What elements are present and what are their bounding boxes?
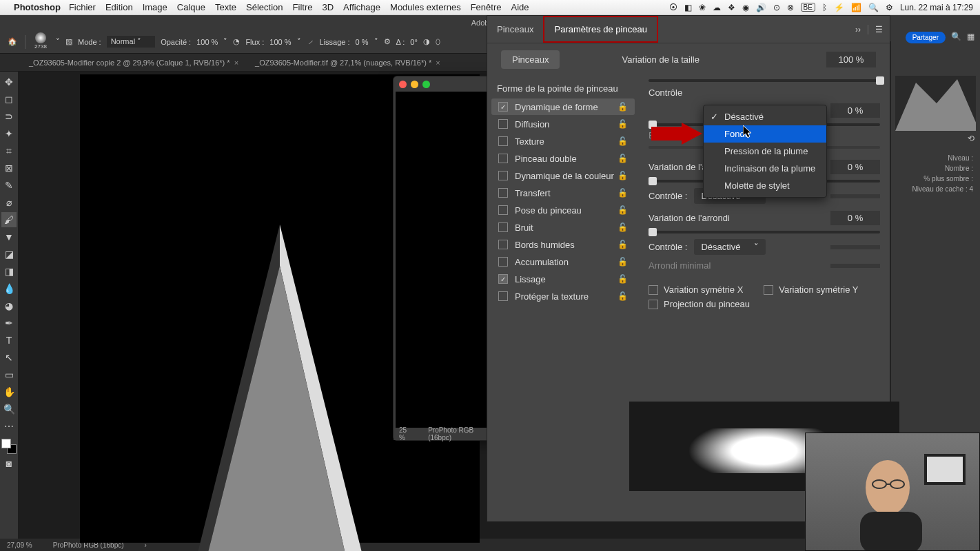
menu-selection[interactable]: Sélection — [246, 2, 283, 12]
status-icon[interactable]: ◧ — [684, 3, 692, 12]
close-icon[interactable]: × — [234, 59, 238, 67]
checkbox[interactable] — [498, 205, 508, 215]
dropdown-item[interactable]: Inclinaison de la plume — [704, 160, 826, 177]
wifi-icon[interactable]: 📶 — [851, 3, 861, 12]
roundness-control-value[interactable] — [830, 245, 880, 249]
dodge-tool-icon[interactable]: ◕ — [1, 298, 17, 313]
brush-settings-icon[interactable]: ▨ — [65, 37, 72, 46]
brush-option-protéger-la-texture[interactable]: Protéger la texture🔓 — [491, 288, 635, 304]
size-jitter-value[interactable]: 100 % — [826, 52, 876, 67]
chevron-down-icon[interactable]: ˅ — [223, 37, 227, 46]
min-diameter-value[interactable]: 0 % — [830, 103, 880, 118]
dropdown-item[interactable]: Fondu — [704, 125, 826, 143]
volume-icon[interactable]: 🔊 — [756, 3, 766, 12]
projection-checkbox[interactable]: Projection du pinceau — [649, 299, 880, 309]
opacity-input[interactable]: 100 % — [196, 38, 218, 46]
marquee-tool-icon[interactable]: ◻ — [1, 92, 17, 107]
battery-icon[interactable]: ⚡ — [834, 3, 844, 12]
checkbox[interactable] — [498, 188, 508, 198]
checkbox[interactable]: ✓ — [498, 102, 508, 112]
menu-edition[interactable]: Edition — [105, 2, 133, 12]
menu-calque[interactable]: Calque — [177, 2, 205, 12]
lock-icon[interactable]: 🔓 — [617, 222, 628, 232]
search-icon[interactable]: 🔍 — [951, 32, 961, 41]
control-center-icon[interactable]: ⚙ — [886, 3, 893, 12]
lock-icon[interactable]: 🔓 — [617, 188, 628, 198]
close-window-icon[interactable] — [399, 81, 407, 88]
menu-modules[interactable]: Modules externes — [390, 2, 461, 12]
symmetry-icon[interactable]: ⬯ — [436, 37, 440, 46]
checkbox[interactable] — [498, 257, 508, 267]
shape-tool-icon[interactable]: ▭ — [1, 367, 17, 382]
menu-3d[interactable]: 3D — [322, 2, 334, 12]
pressure-opacity-icon[interactable]: ◔ — [233, 37, 240, 46]
brush-option-texture[interactable]: Texture🔓 — [491, 133, 635, 149]
brush-option-bords-humides[interactable]: Bords humides🔓 — [491, 236, 635, 253]
zoom-tool-icon[interactable]: 🔍 — [1, 402, 17, 417]
tab-parametres-pinceau[interactable]: Paramètres de pinceau — [543, 16, 657, 43]
refresh-icon[interactable]: ⟲ — [968, 134, 974, 143]
document-tab[interactable]: _OZ93605-Modifier copie 2 @ 29,9% (Calqu… — [21, 54, 247, 71]
clock[interactable]: Lun. 22 mai à 17:29 — [900, 3, 973, 12]
lock-icon[interactable]: 🔓 — [617, 205, 628, 215]
document-tab[interactable]: _OZ93605-Modifier.tif @ 27,1% (nuages, R… — [247, 54, 449, 71]
tab-pinceaux[interactable]: Pinceaux — [487, 16, 543, 43]
status-icon[interactable]: ❀ — [699, 3, 706, 12]
menu-affichage[interactable]: Affichage — [343, 2, 380, 12]
checkbox[interactable] — [498, 136, 508, 146]
lock-icon[interactable]: 🔓 — [617, 171, 628, 180]
flip-y-checkbox[interactable]: Variation symétrie Y — [764, 284, 858, 295]
brush-preview[interactable]: 2738 — [31, 32, 50, 52]
crop-tool-icon[interactable]: ⌗ — [1, 143, 17, 158]
path-tool-icon[interactable]: ↖ — [1, 350, 17, 365]
frame-tool-icon[interactable]: ⊠ — [1, 160, 17, 176]
roundness-control-select[interactable]: Désactivé˅ — [694, 239, 766, 255]
checkbox[interactable] — [498, 119, 508, 129]
checkbox[interactable] — [498, 171, 508, 180]
zoom-level[interactable]: 27,09 % — [7, 541, 32, 549]
status-icon[interactable]: ⦿ — [669, 3, 677, 12]
dropdown-item[interactable]: Molette de stylet — [704, 177, 826, 194]
dropdown-item[interactable]: ✓Désactivé — [704, 108, 826, 125]
angle-input[interactable]: 0° — [410, 38, 418, 46]
mask-mode-icon[interactable]: ◙ — [1, 456, 17, 471]
brush-tip-section[interactable]: Forme de la pointe de pinceau — [487, 79, 639, 98]
brush-option-diffusion[interactable]: Diffusion🔓 — [491, 116, 635, 132]
menu-icon[interactable]: ☰ — [875, 25, 883, 34]
gear-icon[interactable]: ⚙ — [384, 37, 391, 46]
brush-option-transfert[interactable]: Transfert🔓 — [491, 185, 635, 201]
type-tool-icon[interactable]: T — [1, 333, 17, 348]
size-jitter-slider[interactable] — [649, 79, 880, 82]
angle-jitter-value[interactable]: 0 % — [830, 160, 880, 174]
close-icon[interactable]: × — [436, 59, 440, 67]
bluetooth-icon[interactable]: ᛒ — [822, 3, 827, 12]
more-tools-icon[interactable]: ⋯ — [1, 419, 17, 434]
status-icon[interactable]: ⊗ — [787, 3, 794, 12]
airbrush-icon[interactable]: ⟋ — [307, 38, 314, 46]
status-icon[interactable]: ⊙ — [773, 3, 780, 12]
move-tool-icon[interactable]: ✥ — [1, 74, 17, 90]
brush-option-pose-du-pinceau[interactable]: Pose du pinceau🔓 — [491, 202, 635, 218]
lissage-input[interactable]: 0 % — [356, 38, 369, 46]
lock-icon[interactable]: 🔓 — [617, 102, 628, 112]
menu-aide[interactable]: Aide — [511, 2, 529, 12]
pressure-size-icon[interactable]: ◑ — [423, 37, 430, 46]
menu-fichier[interactable]: Fichier — [69, 2, 96, 12]
stamp-tool-icon[interactable]: ▼ — [1, 229, 17, 245]
flux-input[interactable]: 100 % — [269, 38, 291, 46]
lang-badge[interactable]: BE — [801, 3, 815, 12]
chevron-down-icon[interactable]: ˅ — [297, 37, 301, 46]
roundness-jitter-value[interactable]: 0 % — [830, 211, 880, 225]
maximize-window-icon[interactable] — [422, 81, 430, 88]
lasso-tool-icon[interactable]: ⊃ — [1, 109, 17, 124]
brush-option-pinceau-double[interactable]: Pinceau double🔓 — [491, 150, 635, 167]
eyedropper-tool-icon[interactable]: ✎ — [1, 178, 17, 193]
eraser-tool-icon[interactable]: ◪ — [1, 247, 17, 262]
status-icon[interactable]: ☁ — [713, 3, 721, 12]
menu-image[interactable]: Image — [143, 2, 167, 12]
checkbox[interactable] — [498, 240, 508, 249]
lock-icon[interactable]: 🔓 — [617, 240, 628, 249]
home-icon[interactable]: 🏠 — [6, 35, 19, 49]
hand-tool-icon[interactable]: ✋ — [1, 384, 17, 399]
gradient-tool-icon[interactable]: ◨ — [1, 264, 17, 279]
